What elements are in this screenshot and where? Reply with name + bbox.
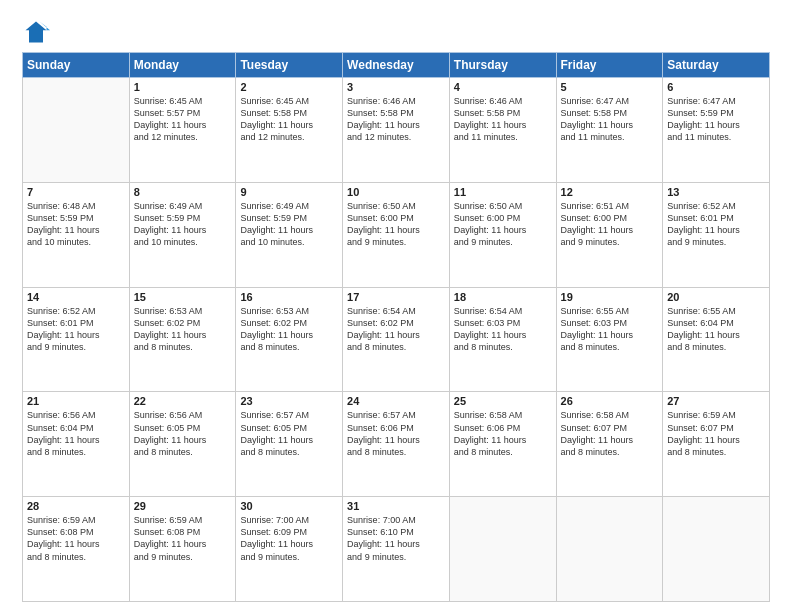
- day-number: 2: [240, 81, 338, 93]
- calendar-day-cell: [449, 497, 556, 602]
- day-number: 8: [134, 186, 232, 198]
- calendar-day-cell: 25Sunrise: 6:58 AM Sunset: 6:06 PM Dayli…: [449, 392, 556, 497]
- day-number: 23: [240, 395, 338, 407]
- day-info: Sunrise: 6:54 AM Sunset: 6:03 PM Dayligh…: [454, 305, 552, 354]
- day-number: 26: [561, 395, 659, 407]
- logo-icon: [22, 18, 50, 46]
- day-number: 3: [347, 81, 445, 93]
- calendar-day-cell: 12Sunrise: 6:51 AM Sunset: 6:00 PM Dayli…: [556, 182, 663, 287]
- day-number: 19: [561, 291, 659, 303]
- day-number: 10: [347, 186, 445, 198]
- calendar-day-cell: 4Sunrise: 6:46 AM Sunset: 5:58 PM Daylig…: [449, 78, 556, 183]
- day-info: Sunrise: 6:58 AM Sunset: 6:07 PM Dayligh…: [561, 409, 659, 458]
- calendar-day-cell: 18Sunrise: 6:54 AM Sunset: 6:03 PM Dayli…: [449, 287, 556, 392]
- day-header-tuesday: Tuesday: [236, 53, 343, 78]
- calendar-day-cell: 24Sunrise: 6:57 AM Sunset: 6:06 PM Dayli…: [343, 392, 450, 497]
- day-info: Sunrise: 6:47 AM Sunset: 5:59 PM Dayligh…: [667, 95, 765, 144]
- calendar-day-cell: 3Sunrise: 6:46 AM Sunset: 5:58 PM Daylig…: [343, 78, 450, 183]
- calendar-day-cell: 11Sunrise: 6:50 AM Sunset: 6:00 PM Dayli…: [449, 182, 556, 287]
- calendar-week-row: 1Sunrise: 6:45 AM Sunset: 5:57 PM Daylig…: [23, 78, 770, 183]
- calendar-day-cell: 17Sunrise: 6:54 AM Sunset: 6:02 PM Dayli…: [343, 287, 450, 392]
- calendar-day-cell: [663, 497, 770, 602]
- day-header-sunday: Sunday: [23, 53, 130, 78]
- calendar-week-row: 14Sunrise: 6:52 AM Sunset: 6:01 PM Dayli…: [23, 287, 770, 392]
- day-number: 12: [561, 186, 659, 198]
- logo: [22, 18, 54, 46]
- day-info: Sunrise: 6:56 AM Sunset: 6:05 PM Dayligh…: [134, 409, 232, 458]
- day-number: 14: [27, 291, 125, 303]
- day-number: 29: [134, 500, 232, 512]
- calendar-day-cell: 5Sunrise: 6:47 AM Sunset: 5:58 PM Daylig…: [556, 78, 663, 183]
- day-header-monday: Monday: [129, 53, 236, 78]
- page: SundayMondayTuesdayWednesdayThursdayFrid…: [0, 0, 792, 612]
- day-info: Sunrise: 6:58 AM Sunset: 6:06 PM Dayligh…: [454, 409, 552, 458]
- day-number: 4: [454, 81, 552, 93]
- day-info: Sunrise: 6:53 AM Sunset: 6:02 PM Dayligh…: [134, 305, 232, 354]
- day-number: 1: [134, 81, 232, 93]
- calendar-week-row: 21Sunrise: 6:56 AM Sunset: 6:04 PM Dayli…: [23, 392, 770, 497]
- day-header-wednesday: Wednesday: [343, 53, 450, 78]
- calendar-day-cell: 28Sunrise: 6:59 AM Sunset: 6:08 PM Dayli…: [23, 497, 130, 602]
- day-info: Sunrise: 6:53 AM Sunset: 6:02 PM Dayligh…: [240, 305, 338, 354]
- day-number: 11: [454, 186, 552, 198]
- calendar-day-cell: 13Sunrise: 6:52 AM Sunset: 6:01 PM Dayli…: [663, 182, 770, 287]
- day-header-thursday: Thursday: [449, 53, 556, 78]
- day-number: 17: [347, 291, 445, 303]
- day-info: Sunrise: 6:47 AM Sunset: 5:58 PM Dayligh…: [561, 95, 659, 144]
- calendar-table: SundayMondayTuesdayWednesdayThursdayFrid…: [22, 52, 770, 602]
- calendar-day-cell: 14Sunrise: 6:52 AM Sunset: 6:01 PM Dayli…: [23, 287, 130, 392]
- day-info: Sunrise: 6:52 AM Sunset: 6:01 PM Dayligh…: [667, 200, 765, 249]
- day-info: Sunrise: 6:50 AM Sunset: 6:00 PM Dayligh…: [347, 200, 445, 249]
- day-number: 6: [667, 81, 765, 93]
- calendar-day-cell: 20Sunrise: 6:55 AM Sunset: 6:04 PM Dayli…: [663, 287, 770, 392]
- day-info: Sunrise: 6:55 AM Sunset: 6:03 PM Dayligh…: [561, 305, 659, 354]
- calendar-day-cell: 21Sunrise: 6:56 AM Sunset: 6:04 PM Dayli…: [23, 392, 130, 497]
- day-header-friday: Friday: [556, 53, 663, 78]
- day-info: Sunrise: 6:57 AM Sunset: 6:06 PM Dayligh…: [347, 409, 445, 458]
- header: [22, 18, 770, 46]
- day-info: Sunrise: 6:45 AM Sunset: 5:57 PM Dayligh…: [134, 95, 232, 144]
- calendar-week-row: 7Sunrise: 6:48 AM Sunset: 5:59 PM Daylig…: [23, 182, 770, 287]
- day-info: Sunrise: 6:59 AM Sunset: 6:07 PM Dayligh…: [667, 409, 765, 458]
- day-info: Sunrise: 6:51 AM Sunset: 6:00 PM Dayligh…: [561, 200, 659, 249]
- day-info: Sunrise: 6:52 AM Sunset: 6:01 PM Dayligh…: [27, 305, 125, 354]
- day-info: Sunrise: 6:46 AM Sunset: 5:58 PM Dayligh…: [454, 95, 552, 144]
- day-info: Sunrise: 6:45 AM Sunset: 5:58 PM Dayligh…: [240, 95, 338, 144]
- calendar-day-cell: 1Sunrise: 6:45 AM Sunset: 5:57 PM Daylig…: [129, 78, 236, 183]
- calendar-day-cell: 2Sunrise: 6:45 AM Sunset: 5:58 PM Daylig…: [236, 78, 343, 183]
- day-number: 15: [134, 291, 232, 303]
- day-info: Sunrise: 6:49 AM Sunset: 5:59 PM Dayligh…: [240, 200, 338, 249]
- day-number: 28: [27, 500, 125, 512]
- day-number: 30: [240, 500, 338, 512]
- day-number: 16: [240, 291, 338, 303]
- day-number: 7: [27, 186, 125, 198]
- day-number: 31: [347, 500, 445, 512]
- calendar-day-cell: [556, 497, 663, 602]
- day-number: 25: [454, 395, 552, 407]
- day-info: Sunrise: 6:48 AM Sunset: 5:59 PM Dayligh…: [27, 200, 125, 249]
- calendar-day-cell: 29Sunrise: 6:59 AM Sunset: 6:08 PM Dayli…: [129, 497, 236, 602]
- calendar-day-cell: 6Sunrise: 6:47 AM Sunset: 5:59 PM Daylig…: [663, 78, 770, 183]
- calendar-day-cell: 31Sunrise: 7:00 AM Sunset: 6:10 PM Dayli…: [343, 497, 450, 602]
- day-number: 5: [561, 81, 659, 93]
- day-header-saturday: Saturday: [663, 53, 770, 78]
- calendar-day-cell: 27Sunrise: 6:59 AM Sunset: 6:07 PM Dayli…: [663, 392, 770, 497]
- calendar-day-cell: 15Sunrise: 6:53 AM Sunset: 6:02 PM Dayli…: [129, 287, 236, 392]
- day-info: Sunrise: 7:00 AM Sunset: 6:09 PM Dayligh…: [240, 514, 338, 563]
- calendar-header-row: SundayMondayTuesdayWednesdayThursdayFrid…: [23, 53, 770, 78]
- day-info: Sunrise: 6:49 AM Sunset: 5:59 PM Dayligh…: [134, 200, 232, 249]
- calendar-day-cell: 22Sunrise: 6:56 AM Sunset: 6:05 PM Dayli…: [129, 392, 236, 497]
- calendar-week-row: 28Sunrise: 6:59 AM Sunset: 6:08 PM Dayli…: [23, 497, 770, 602]
- calendar-day-cell: 19Sunrise: 6:55 AM Sunset: 6:03 PM Dayli…: [556, 287, 663, 392]
- calendar-day-cell: [23, 78, 130, 183]
- day-number: 24: [347, 395, 445, 407]
- day-number: 21: [27, 395, 125, 407]
- day-number: 9: [240, 186, 338, 198]
- day-info: Sunrise: 6:59 AM Sunset: 6:08 PM Dayligh…: [27, 514, 125, 563]
- calendar-day-cell: 16Sunrise: 6:53 AM Sunset: 6:02 PM Dayli…: [236, 287, 343, 392]
- day-number: 22: [134, 395, 232, 407]
- calendar-day-cell: 8Sunrise: 6:49 AM Sunset: 5:59 PM Daylig…: [129, 182, 236, 287]
- day-info: Sunrise: 6:57 AM Sunset: 6:05 PM Dayligh…: [240, 409, 338, 458]
- day-number: 20: [667, 291, 765, 303]
- day-info: Sunrise: 7:00 AM Sunset: 6:10 PM Dayligh…: [347, 514, 445, 563]
